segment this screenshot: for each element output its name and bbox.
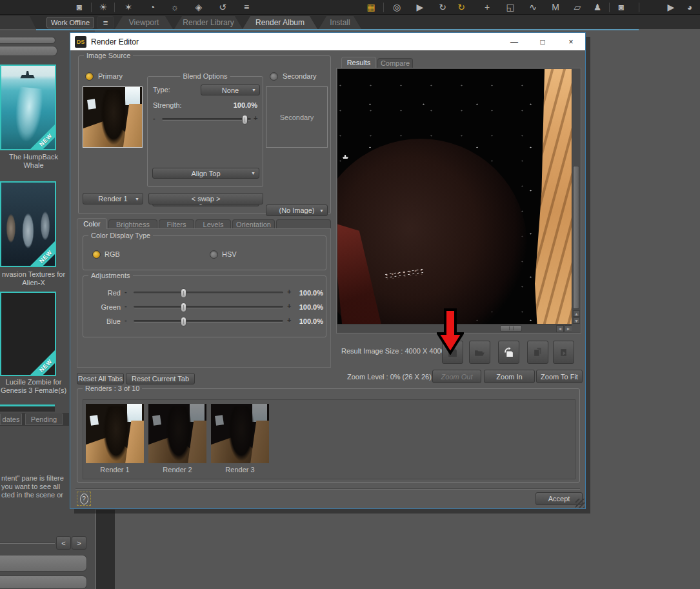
- sidebar-toolbar-bar[interactable]: [0, 37, 55, 44]
- tab-filters[interactable]: Filters: [159, 219, 194, 229]
- camera-rotate-icon[interactable]: ↻: [434, 1, 451, 14]
- copy-result-button[interactable]: [527, 341, 548, 364]
- green-minus[interactable]: -: [125, 302, 127, 310]
- scroll-up-icon[interactable]: ▲: [573, 310, 580, 317]
- help-button[interactable]: ?: [77, 492, 91, 506]
- maximize-button[interactable]: □: [528, 33, 557, 50]
- blue-minus[interactable]: -: [125, 316, 127, 324]
- spotlight-icon[interactable]: ☼: [166, 1, 183, 14]
- camera2-icon[interactable]: ◙: [695, 1, 700, 14]
- swap-button[interactable]: < swap >: [148, 193, 263, 205]
- list-icon[interactable]: ≡: [238, 1, 255, 14]
- gauge-icon[interactable]: ◔: [144, 1, 161, 14]
- red-minus[interactable]: -: [125, 288, 127, 295]
- green-plus[interactable]: +: [287, 302, 291, 310]
- paste-result-button[interactable]: [553, 341, 574, 364]
- zoom-out-button[interactable]: Zoom Out: [432, 370, 481, 383]
- tab-compare[interactable]: Compare: [377, 58, 413, 68]
- sidebar-bottom-bar[interactable]: [0, 575, 87, 589]
- tab-pending[interactable]: Pending: [25, 414, 63, 425]
- secondary-radio[interactable]: [270, 72, 278, 81]
- figure-tool-icon[interactable]: ♟: [589, 1, 606, 14]
- vertical-scrollbar[interactable]: ▲ ▼: [572, 69, 580, 324]
- strength-slider-track[interactable]: [162, 118, 251, 121]
- tab-render-library[interactable]: Render Library: [174, 16, 243, 29]
- camera-orbit-icon[interactable]: ◎: [388, 1, 405, 14]
- red-slider-thumb[interactable]: [181, 288, 186, 298]
- grid-tool-icon[interactable]: ▦: [363, 1, 379, 14]
- toolbar-separator: [609, 3, 610, 12]
- product-card-lucille-zombie[interactable]: NEW: [0, 292, 56, 376]
- point-light-icon[interactable]: ✶: [120, 1, 137, 14]
- strength-minus[interactable]: -: [153, 114, 155, 122]
- primary-source-dropdown[interactable]: Render 1 ▼: [83, 193, 143, 205]
- scroll-down-icon[interactable]: ▼: [573, 317, 580, 324]
- page-next-button[interactable]: >: [72, 536, 86, 550]
- work-offline-button[interactable]: Work Offline: [46, 17, 94, 28]
- green-slider-thumb[interactable]: [181, 303, 186, 312]
- camera-icon[interactable]: ◙: [71, 1, 88, 14]
- hsv-radio[interactable]: [210, 250, 218, 259]
- red-slider-track[interactable]: [134, 292, 283, 294]
- secondary-source-dropdown[interactable]: (No Image) ▼: [266, 205, 328, 216]
- group-legend: Blend Options: [180, 72, 230, 81]
- page-prev-button[interactable]: <: [56, 536, 71, 550]
- horizontal-scrollbar-thumb[interactable]: [500, 325, 522, 332]
- camera-view-icon[interactable]: ◙: [613, 1, 630, 14]
- tab-brightness[interactable]: Brightness: [108, 219, 157, 229]
- pane-list-button[interactable]: ≡: [97, 16, 114, 29]
- resize-grip[interactable]: [575, 499, 585, 508]
- minimize-button[interactable]: —: [500, 33, 528, 50]
- strength-value: 100.0%: [234, 101, 257, 109]
- node-select-icon[interactable]: ▶: [412, 1, 428, 14]
- tab-updates[interactable]: dates: [0, 414, 22, 425]
- close-button[interactable]: ×: [557, 33, 585, 50]
- scroll-left-icon[interactable]: ◄: [556, 325, 564, 332]
- blue-plus[interactable]: +: [287, 316, 291, 324]
- tab-viewport[interactable]: Viewport: [115, 16, 173, 29]
- product-card-alien-x[interactable]: NEW: [0, 181, 56, 267]
- rgb-radio[interactable]: [92, 250, 101, 259]
- tab-render-album[interactable]: Render Album: [243, 16, 317, 29]
- tab-install[interactable]: Install: [319, 16, 361, 29]
- bone-tool-icon[interactable]: ∿: [525, 1, 541, 14]
- blue-slider-track[interactable]: [134, 320, 283, 323]
- tab-results[interactable]: Results: [341, 57, 376, 68]
- stub-tab[interactable]: [0, 16, 36, 29]
- translate-tool-icon[interactable]: +: [479, 1, 495, 14]
- vertical-scrollbar-thumb[interactable]: [573, 166, 579, 309]
- scale-tool-icon[interactable]: ◱: [502, 1, 519, 14]
- node-icon[interactable]: ◈: [190, 1, 207, 14]
- primary-radio[interactable]: [85, 72, 94, 81]
- green-slider-track[interactable]: [134, 306, 283, 308]
- tab-orientation[interactable]: Orientation: [232, 219, 275, 229]
- zoom-in-button[interactable]: Zoom In: [484, 370, 535, 383]
- pointer-tool-icon[interactable]: ▶: [663, 1, 679, 14]
- blend-type-dropdown[interactable]: None ▼: [201, 85, 260, 95]
- surface-tool-icon[interactable]: ▱: [569, 1, 586, 14]
- save-lock-button[interactable]: [498, 341, 519, 364]
- blue-slider-thumb[interactable]: [181, 317, 186, 326]
- sidebar-bottom-bar[interactable]: [0, 555, 87, 572]
- strength-slider-thumb[interactable]: [242, 115, 248, 125]
- sun-light-icon[interactable]: ☀: [95, 1, 112, 14]
- render-thumbnail-2[interactable]: [148, 404, 206, 463]
- measure-tool-icon[interactable]: M: [547, 1, 564, 14]
- tab-levels[interactable]: Levels: [195, 219, 231, 229]
- reset-current-tab-button[interactable]: Reset Current Tab: [126, 373, 195, 384]
- red-plus[interactable]: +: [287, 288, 291, 295]
- load-result-button[interactable]: [469, 341, 490, 364]
- toolbar-separator: [114, 3, 115, 12]
- sidebar-filter-bar[interactable]: [0, 46, 57, 56]
- strength-plus[interactable]: +: [254, 114, 257, 122]
- reset-all-tabs-button[interactable]: Reset All Tabs: [77, 373, 124, 384]
- rotate-tool-icon[interactable]: ↻: [453, 1, 470, 14]
- render-thumbnail-label: Render 3: [211, 466, 269, 474]
- render-thumbnail-3[interactable]: [211, 404, 269, 463]
- tab-color[interactable]: Color: [77, 218, 107, 229]
- align-top-dropdown[interactable]: Align Top ▼: [152, 168, 259, 179]
- render-thumbnail-1[interactable]: [86, 404, 144, 463]
- orbit-icon[interactable]: ↺: [214, 1, 231, 14]
- zoom-to-fit-button[interactable]: Zoom To Fit: [536, 370, 583, 383]
- product-card-humpback-whale[interactable]: NEW: [0, 65, 56, 150]
